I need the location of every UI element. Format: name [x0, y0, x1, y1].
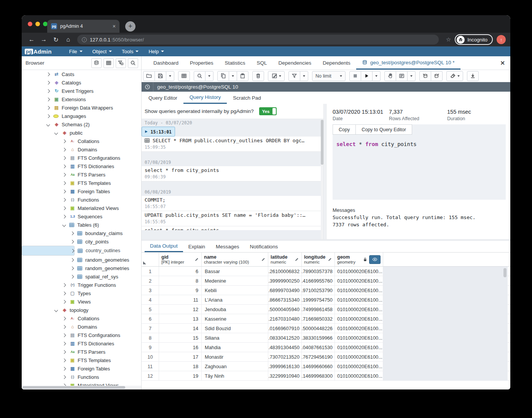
name-cell[interactable]: Kasserine	[202, 314, 268, 323]
minimize-window-button[interactable]	[35, 22, 40, 26]
tree-item-functions[interactable]: {:}Functions	[22, 195, 141, 204]
home-icon[interactable]: ⌂	[63, 34, 73, 45]
gid-cell[interactable]: 12	[159, 305, 202, 314]
filter-panel-button[interactable]	[116, 58, 126, 68]
chevron-right-icon[interactable]	[71, 249, 75, 253]
tree-item-collations[interactable]: A↓Collations	[22, 137, 141, 145]
tab-statistics[interactable]: Statistics	[219, 56, 251, 70]
chevron-right-icon[interactable]	[62, 139, 66, 143]
latitude-cell[interactable]: .26100006832	[268, 267, 302, 276]
latitude-cell[interactable]: .73070213520	[268, 352, 302, 361]
longitude-cell[interactable]: 0.41669955760	[302, 276, 335, 285]
longitude-cell[interactable]: 06.14699968300	[302, 371, 335, 380]
tree-item-boundary-claims[interactable]: boundary_claims	[22, 229, 141, 237]
longitude-cell[interactable]: 8.74999861458	[302, 305, 335, 314]
save-button[interactable]	[155, 71, 166, 81]
chevron-right-icon[interactable]	[70, 258, 74, 262]
tree-item-foreign-data-wrappers[interactable]: ▤Foreign Data Wrappers	[22, 103, 141, 112]
chevron-right-icon[interactable]	[62, 181, 66, 185]
chevron-right-icon[interactable]	[62, 342, 66, 345]
menu-tools[interactable]: Tools	[122, 49, 139, 54]
history-scrollbar[interactable]	[321, 119, 323, 239]
gid-cell[interactable]: 14	[159, 324, 202, 333]
tab-query-editor[interactable]: Query Editor	[142, 92, 183, 104]
row-number-cell[interactable]: 3	[142, 286, 159, 295]
tree-item-topology[interactable]: ◈topology	[22, 306, 141, 314]
row-number-cell[interactable]: 11	[142, 362, 159, 371]
chevron-right-icon[interactable]	[62, 206, 66, 210]
gid-cell[interactable]: 19	[159, 371, 202, 380]
object-explorer-button[interactable]	[91, 58, 102, 68]
chevron-right-icon[interactable]	[62, 215, 66, 218]
name-cell[interactable]: Medenine	[202, 276, 268, 285]
latitude-cell[interactable]: .01669607910	[268, 324, 302, 333]
history-entry[interactable]: COMMIT;16:55:07	[142, 196, 323, 211]
tree-item-fts-templates[interactable]: ▣FTS Templates	[22, 356, 141, 364]
output-tab-notifications[interactable]: Notifications	[245, 241, 284, 252]
geom-cell[interactable]: 0101000020E6100...	[335, 343, 383, 352]
clear-options-dropdown[interactable]	[446, 71, 463, 81]
geom-cell[interactable]: 0101000020E6100...	[335, 333, 383, 342]
search-button[interactable]	[128, 58, 138, 68]
name-cell[interactable]: L'Ariana	[202, 295, 268, 304]
row-number-cell[interactable]: 1	[142, 267, 159, 276]
tree-item-fts-templates[interactable]: ▣FTS Templates	[22, 179, 141, 187]
edit-grid-button[interactable]	[178, 71, 190, 81]
chevron-right-icon[interactable]	[46, 97, 50, 101]
name-cell[interactable]: Jendouba	[202, 305, 268, 314]
copy-options-dropdown[interactable]	[229, 71, 237, 81]
tree-item-fts-configurations[interactable]: ▤FTS Configurations	[22, 154, 141, 162]
tree-horizontal-scrollbar[interactable]	[22, 386, 141, 389]
history-entry[interactable]: SELECT * FROM public.country_outlines OR…	[142, 137, 323, 152]
tree-item-random-geometries[interactable]: random_geometries	[22, 256, 141, 264]
tree-item-tables-6-[interactable]: Tables (6)	[22, 221, 141, 229]
chevron-right-icon[interactable]	[70, 275, 74, 278]
chevron-right-icon[interactable]	[46, 81, 50, 84]
history-entry[interactable]: select * from city_points09:06:39	[142, 166, 323, 181]
chevron-down-icon[interactable]	[54, 131, 58, 135]
chevron-right-icon[interactable]	[62, 283, 66, 287]
browser-tab[interactable]: pg pgAdmin 4 ×	[47, 20, 119, 33]
gid-cell[interactable]: 16	[159, 343, 202, 352]
tab-dependents[interactable]: Dependents	[317, 56, 356, 70]
gid-cell[interactable]: 17	[159, 352, 202, 361]
tab-properties[interactable]: Properties	[184, 56, 219, 70]
tree-item-casts[interactable]: ⇄Casts	[22, 70, 141, 78]
download-results-button[interactable]	[467, 71, 479, 81]
chevron-right-icon[interactable]	[62, 291, 66, 295]
geom-cell[interactable]: 0101000020E6100...	[335, 267, 383, 276]
gid-cell[interactable]: 18	[159, 362, 202, 371]
back-icon[interactable]: ←	[26, 34, 37, 45]
execute-options-dropdown[interactable]	[372, 71, 381, 81]
tree-item-catalogs[interactable]: ◈Catalogs	[22, 78, 141, 87]
chevron-right-icon[interactable]	[62, 325, 66, 329]
geom-cell[interactable]: 0101000020E6100...	[335, 314, 383, 323]
column-header-gid[interactable]: gid[PK] integer	[159, 253, 202, 266]
chevron-right-icon[interactable]	[46, 89, 50, 93]
latitude-cell[interactable]: .08330412520	[268, 333, 302, 342]
chevron-right-icon[interactable]	[62, 350, 66, 354]
tree-item-schemas-2-[interactable]: ◈Schemas (2)	[22, 120, 141, 129]
tree-item-fts-configurations[interactable]: ▤FTS Configurations	[22, 331, 141, 339]
tab-sql[interactable]: SQL	[251, 56, 273, 70]
edit-column-icon[interactable]	[295, 257, 299, 262]
explain-analyze-button[interactable]	[396, 71, 408, 81]
tree-item-fts-dictionaries[interactable]: ▥FTS Dictionaries	[22, 339, 141, 348]
tree-item-event-triggers[interactable]: ↻Event Triggers	[22, 87, 141, 95]
edit-icon-wrap[interactable]	[261, 257, 266, 262]
row-number-cell[interactable]: 10	[142, 352, 159, 361]
open-file-button[interactable]	[143, 71, 155, 81]
gid-cell[interactable]: 9	[159, 286, 202, 295]
name-cell[interactable]: Siliana	[202, 333, 268, 342]
longitude-cell[interactable]: 0.76729456190	[302, 352, 335, 361]
geom-cell[interactable]: 0101000020E6100...	[335, 276, 383, 285]
explain-button[interactable]	[384, 71, 396, 81]
edit-column-icon[interactable]	[328, 257, 332, 262]
history-entry[interactable]: ▶select * from city_points15:13:01	[142, 127, 175, 137]
find-options-dropdown[interactable]	[205, 71, 213, 81]
geom-cell[interactable]: 0101000020E6100...	[335, 295, 383, 304]
name-cell[interactable]: Sdid Bouzid	[202, 324, 268, 333]
row-number-cell[interactable]: 5	[142, 305, 159, 314]
geom-cell[interactable]: 0101000020E6100...	[335, 305, 383, 314]
chevron-right-icon[interactable]	[62, 316, 66, 320]
